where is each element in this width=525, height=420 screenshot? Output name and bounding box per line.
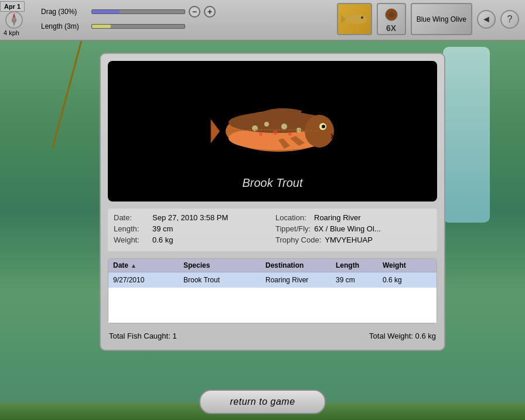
svg-point-14 (259, 132, 262, 136)
svg-point-19 (322, 125, 325, 128)
line-slot-button[interactable]: 6X (377, 3, 406, 35)
svg-point-16 (288, 132, 292, 136)
tippet-row: Tippet/Fly: 6X / Blue Wing Ol... (275, 224, 431, 233)
location-label: Location: (275, 213, 311, 222)
col-destination[interactable]: Destination (265, 261, 336, 269)
date-label: Date: (114, 213, 149, 222)
weight-label: Weight: (114, 235, 149, 244)
line-label: 6X (386, 23, 396, 33)
tippet-label: Tippet/Fly: (275, 224, 311, 233)
footer-totals: Total Fish Caught: 1 Total Weight: 0.6 k… (108, 329, 437, 343)
info-col-right: Location: Roaring River Tippet/Fly: 6X /… (275, 213, 431, 247)
fish-slot-button[interactable] (337, 3, 372, 35)
toolbar: Apr 1 4 kph Drag (30%) − + Length (3m) (0, 0, 525, 41)
date-value: Sep 27, 2010 3:58 PM (152, 213, 228, 222)
row-length: 39 cm (336, 275, 383, 285)
drag-increase-button[interactable]: + (204, 6, 216, 18)
length-value: 39 cm (152, 224, 173, 233)
drag-control: Drag (30%) − + (41, 6, 216, 18)
compass-icon (5, 11, 23, 29)
location-value: Roaring River (314, 213, 360, 222)
nav-back-button[interactable]: ◄ (477, 10, 496, 29)
length-label: Length (3m) (41, 22, 88, 30)
fish-name-label: Brook Trout (108, 176, 437, 190)
fish-illustration (208, 96, 337, 166)
fish-image-area: Brook Trout (108, 61, 437, 202)
waterfall-decoration (443, 47, 490, 223)
row-species: Brook Trout (183, 275, 265, 285)
col-species[interactable]: Species (183, 261, 265, 269)
length-row: Length: 39 cm (114, 224, 270, 233)
toolbar-right: 6X Blue Wing Olive ◄ ? (337, 3, 519, 35)
drag-decrease-button[interactable]: − (189, 6, 200, 18)
svg-point-6 (388, 12, 394, 18)
svg-point-15 (273, 130, 278, 135)
row-destination: Roaring River (265, 275, 336, 285)
trophy-value: YMVYEHUAP (325, 235, 373, 244)
row-date: 9/27/2010 (113, 275, 183, 285)
drag-slider-fill (92, 10, 120, 13)
sort-arrow-icon: ▲ (131, 262, 137, 269)
total-weight-label: Total Weight: 0.6 kg (369, 332, 436, 340)
fly-slot-button[interactable]: Blue Wing Olive (411, 3, 472, 35)
trophy-label: Trophy Code: (275, 235, 321, 244)
length-slider-track[interactable] (91, 24, 185, 29)
svg-point-3 (346, 15, 367, 24)
length-slider-fill (92, 25, 111, 28)
table-empty-area (108, 288, 437, 323)
date-row: Date: Sep 27, 2010 3:58 PM (114, 213, 270, 222)
tippet-value: 6X / Blue Wing Ol... (314, 224, 380, 233)
return-btn-wrap: return to game (0, 390, 525, 414)
svg-point-4 (361, 16, 363, 19)
svg-point-11 (264, 122, 269, 127)
nav-help-button[interactable]: ? (500, 10, 519, 29)
weight-row: Weight: 0.6 kg (114, 235, 270, 244)
drag-label: Drag (30%) (41, 8, 88, 16)
row-weight: 0.6 kg (383, 275, 429, 285)
table-row[interactable]: 9/27/2010 Brook Trout Roaring River 39 c… (108, 272, 437, 288)
info-col-left: Date: Sep 27, 2010 3:58 PM Length: 39 cm… (114, 213, 270, 247)
total-fish-label: Total Fish Caught: 1 (109, 332, 177, 340)
svg-point-12 (281, 124, 287, 129)
weight-value: 0.6 kg (152, 235, 173, 244)
catch-card-panel: Brook Trout Date: Sep 27, 2010 3:58 PM L… (100, 53, 445, 351)
catch-table: Date ▲ Species Destination Length Weight… (108, 258, 437, 323)
table-header: Date ▲ Species Destination Length Weight (108, 259, 437, 272)
trophy-row: Trophy Code: YMVYEHUAP (275, 235, 431, 244)
col-date[interactable]: Date ▲ (113, 261, 183, 269)
fish-info-section: Date: Sep 27, 2010 3:58 PM Length: 39 cm… (108, 209, 437, 251)
col-length[interactable]: Length (336, 261, 383, 269)
speed-display: 4 kph (0, 29, 19, 36)
col-weight[interactable]: Weight (383, 261, 429, 269)
length-control: Length (3m) (41, 22, 185, 30)
location-row: Location: Roaring River (275, 213, 431, 222)
return-to-game-button[interactable]: return to game (199, 390, 325, 414)
drag-slider-track[interactable] (91, 9, 185, 14)
length-label: Length: (114, 224, 149, 233)
